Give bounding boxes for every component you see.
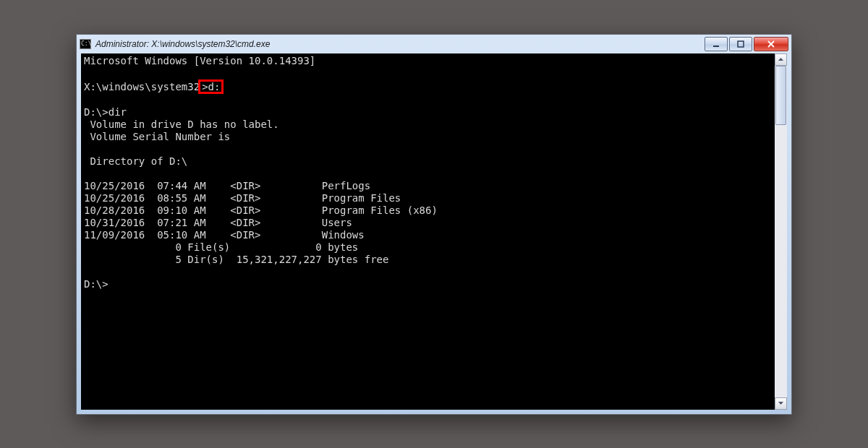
scroll-up-button[interactable] xyxy=(775,53,787,66)
window-controls xyxy=(705,37,788,51)
scroll-down-button[interactable] xyxy=(775,397,787,410)
prompt-line-3: D:\> xyxy=(84,278,772,290)
dir-row: 10/28/2016 09:10 AM <DIR> Program Files … xyxy=(84,204,772,217)
titlebar[interactable]: C:\ Administrator: X:\windows\system32\c… xyxy=(77,35,791,53)
dir-row: 10/31/2016 07:21 AM <DIR> Users xyxy=(84,217,772,229)
scroll-track[interactable] xyxy=(775,66,787,397)
blank-line xyxy=(84,94,772,106)
blank-line xyxy=(84,143,772,155)
content-area: Microsoft Windows [Version 10.0.14393] X… xyxy=(81,53,787,410)
summary-dirs: 5 Dir(s) 15,321,227,227 bytes free xyxy=(84,254,772,266)
volume-line-1: Volume in drive D has no label. xyxy=(84,119,772,131)
vertical-scrollbar[interactable] xyxy=(775,53,787,410)
highlighted-command: >d: xyxy=(198,79,224,94)
terminal-output[interactable]: Microsoft Windows [Version 10.0.14393] X… xyxy=(81,53,775,410)
close-button[interactable] xyxy=(754,37,788,51)
prompt-line-1: X:\windows\system32>d: xyxy=(84,79,772,94)
maximize-button[interactable] xyxy=(729,37,752,51)
blank-line xyxy=(84,168,772,180)
version-line: Microsoft Windows [Version 10.0.14393] xyxy=(84,55,772,67)
prompt-line-2: D:\>dir xyxy=(84,106,772,119)
cmd-window: C:\ Administrator: X:\windows\system32\c… xyxy=(76,34,792,415)
dir-row: 10/25/2016 07:44 AM <DIR> PerfLogs xyxy=(84,180,772,192)
blank-line xyxy=(84,67,772,79)
dir-row: 10/25/2016 08:55 AM <DIR> Program Files xyxy=(84,192,772,204)
blank-line xyxy=(84,266,772,278)
window-title: Administrator: X:\windows\system32\cmd.e… xyxy=(95,39,705,49)
svg-rect-1 xyxy=(738,41,744,47)
prompt-gt: > xyxy=(202,81,208,92)
scroll-thumb[interactable] xyxy=(775,66,786,125)
svg-rect-0 xyxy=(713,46,719,47)
cmd-icon: C:\ xyxy=(80,39,91,49)
drive-change-cmd: d: xyxy=(208,81,221,92)
prompt-path: X:\windows\system32 xyxy=(84,81,200,92)
dir-row: 11/09/2016 05:10 AM <DIR> Windows xyxy=(84,229,772,241)
summary-files: 0 File(s) 0 bytes xyxy=(84,241,772,254)
directory-header: Directory of D:\ xyxy=(84,155,772,168)
volume-line-2: Volume Serial Number is xyxy=(84,131,772,143)
minimize-button[interactable] xyxy=(705,37,728,51)
